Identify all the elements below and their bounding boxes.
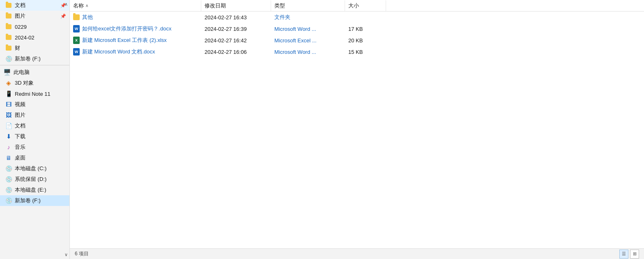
table-row[interactable]: 如何给excel文件添加打开密码？.docx 2024-02-27 16:39 …	[70, 23, 644, 35]
col-header-modified[interactable]: 修改日期	[201, 0, 271, 11]
download-icon: ⬇	[5, 133, 12, 140]
pictures-icon: 🖼	[5, 111, 12, 119]
status-count: 6 项目	[75, 250, 89, 257]
file-name-text: 新建 Microsoft Excel 工作表 (2).xlsx	[82, 37, 167, 44]
word-icon	[73, 48, 80, 56]
file-size: 15 KB	[345, 48, 386, 56]
folder-icon	[5, 44, 12, 52]
file-date: 2024-02-27 16:39	[201, 25, 271, 33]
sidebar-item-redmi[interactable]: 📱 Redmi Note 11	[0, 88, 69, 99]
sidebar-item-redmi-label: Redmi Note 11	[15, 91, 51, 97]
sidebar-item-video-label: 视频	[15, 101, 25, 108]
sort-arrow-icon: ∧	[85, 3, 88, 8]
sidebar-item-drive-f-top-label: 新加卷 (F:)	[15, 55, 41, 62]
sidebar-this-pc[interactable]: 🖥️ 此电脑	[0, 66, 69, 78]
drive-c-icon: 💿	[5, 165, 12, 172]
table-row[interactable]: 新建 Microsoft Word 文档.docx 2024-02-27 16:…	[70, 46, 644, 58]
sidebar-item-drive-e[interactable]: 💿 本地磁盘 (E:)	[0, 185, 69, 195]
col-header-name[interactable]: 名称 ∧	[70, 0, 201, 11]
file-name-cell: 新建 Microsoft Excel 工作表 (2).xlsx	[70, 35, 201, 45]
grid-view-button[interactable]: ⊞	[630, 250, 639, 259]
sidebar-item-2024-02-label: 2024-02	[15, 35, 34, 41]
sidebar-item-cai[interactable]: 财	[0, 43, 69, 53]
3d-icon: ◈	[5, 79, 12, 87]
col-type-label: 类型	[274, 2, 285, 9]
sidebar-item-download-label: 下载	[15, 133, 25, 140]
sidebar-item-video[interactable]: 🎞 视频	[0, 99, 69, 110]
file-date: 2024-02-27 16:43	[201, 13, 271, 22]
file-type: 文件夹	[271, 12, 345, 22]
sidebar-item-3d-label: 3D 对象	[15, 79, 34, 87]
list-view-button[interactable]: ☰	[619, 250, 628, 259]
sidebar-divider	[0, 65, 69, 65]
sidebar-item-documents-label: 文档	[15, 2, 25, 9]
file-name-text: 如何给excel文件添加打开密码？.docx	[82, 25, 171, 32]
view-toggle-group: ☰ ⊞	[619, 250, 639, 259]
file-type: Microsoft Excel ...	[271, 36, 345, 45]
file-size: 17 KB	[345, 25, 386, 33]
sidebar: ∧ 文档 📌 图片 📌 0229 2024-02 财 💿 新加卷 (F:) 🖥️…	[0, 0, 70, 259]
sidebar-item-drive-f[interactable]: 💿 新加卷 (F:)	[0, 195, 69, 206]
sidebar-item-doc[interactable]: 📄 文档	[0, 120, 69, 131]
col-name-label: 名称	[73, 2, 84, 9]
pin-icon: 📌	[60, 14, 66, 19]
video-icon: 🎞	[5, 101, 12, 108]
file-name-cell: 其他	[70, 12, 201, 22]
sidebar-item-drive-c-label: 本地磁盘 (C:)	[15, 165, 46, 172]
sidebar-item-drive-d-label: 系统保留 (D:)	[15, 176, 46, 183]
col-header-size[interactable]: 大小	[345, 0, 386, 11]
file-name-text: 新建 Microsoft Word 文档.docx	[82, 48, 155, 56]
sidebar-item-documents[interactable]: 文档 📌	[0, 0, 69, 11]
sidebar-item-download[interactable]: ⬇ 下载	[0, 131, 69, 142]
phone-icon: 📱	[5, 90, 12, 97]
sidebar-item-cai-label: 财	[15, 44, 20, 52]
sidebar-item-img[interactable]: 🖼 图片	[0, 110, 69, 120]
file-name-text: 其他	[82, 14, 93, 21]
sidebar-item-0229-label: 0229	[15, 24, 27, 30]
file-type: Microsoft Word ...	[271, 48, 345, 56]
folder-icon	[5, 12, 12, 20]
sidebar-item-music[interactable]: ♪ 音乐	[0, 142, 69, 153]
col-size-label: 大小	[348, 2, 359, 9]
file-name-cell: 如何给excel文件添加打开密码？.docx	[70, 24, 201, 34]
sidebar-item-2024-02[interactable]: 2024-02	[0, 32, 69, 43]
scroll-down-arrow[interactable]: ∨	[64, 252, 68, 257]
word-icon	[73, 25, 80, 32]
drive-e-icon: 💿	[5, 186, 12, 194]
status-bar: 6 项目 ☰ ⊞	[70, 248, 644, 259]
file-list: 其他 2024-02-27 16:43 文件夹 如何给excel文件添加打开密码…	[70, 12, 644, 248]
table-row[interactable]: 其他 2024-02-27 16:43 文件夹	[70, 12, 644, 23]
sidebar-item-drive-c[interactable]: 💿 本地磁盘 (C:)	[0, 163, 69, 174]
sidebar-item-doc-label: 文档	[15, 122, 25, 130]
excel-icon	[73, 37, 80, 44]
sidebar-item-desktop-label: 桌面	[15, 154, 25, 162]
sidebar-this-pc-label: 此电脑	[14, 69, 30, 76]
sidebar-item-pictures[interactable]: 图片 📌	[0, 11, 69, 21]
file-size	[345, 16, 386, 18]
sidebar-item-pictures-label: 图片	[15, 12, 25, 20]
desktop-icon: 🖥	[5, 154, 12, 162]
col-header-type[interactable]: 类型	[271, 0, 345, 11]
sidebar-item-desktop[interactable]: 🖥 桌面	[0, 153, 69, 163]
docs-icon: 📄	[5, 122, 12, 130]
folder-icon	[5, 34, 12, 41]
sidebar-item-drive-f-label: 新加卷 (F:)	[15, 197, 41, 204]
file-type: Microsoft Word ...	[271, 25, 345, 33]
sidebar-item-3d[interactable]: ◈ 3D 对象	[0, 78, 69, 88]
sidebar-item-drive-f-top[interactable]: 💿 新加卷 (F:)	[0, 53, 69, 64]
drive-f-icon: 💿	[5, 197, 12, 204]
drive-d-icon: 💿	[5, 176, 12, 183]
sidebar-item-drive-d[interactable]: 💿 系统保留 (D:)	[0, 174, 69, 185]
file-size: 20 KB	[345, 36, 386, 45]
scroll-up-arrow[interactable]: ∧	[64, 2, 68, 7]
sidebar-item-0229[interactable]: 0229	[0, 21, 69, 32]
main-content: 名称 ∧ 修改日期 类型 大小 其他 2024-02-27 16:43 文件夹	[70, 0, 644, 259]
sidebar-item-img-label: 图片	[15, 111, 25, 119]
file-name-cell: 新建 Microsoft Word 文档.docx	[70, 47, 201, 57]
sidebar-item-drive-e-label: 本地磁盘 (E:)	[15, 186, 46, 194]
column-header-row: 名称 ∧ 修改日期 类型 大小	[70, 0, 644, 12]
col-modified-label: 修改日期	[205, 2, 226, 9]
folder-icon	[5, 2, 12, 9]
table-row[interactable]: 新建 Microsoft Excel 工作表 (2).xlsx 2024-02-…	[70, 35, 644, 46]
file-date: 2024-02-27 16:06	[201, 48, 271, 56]
